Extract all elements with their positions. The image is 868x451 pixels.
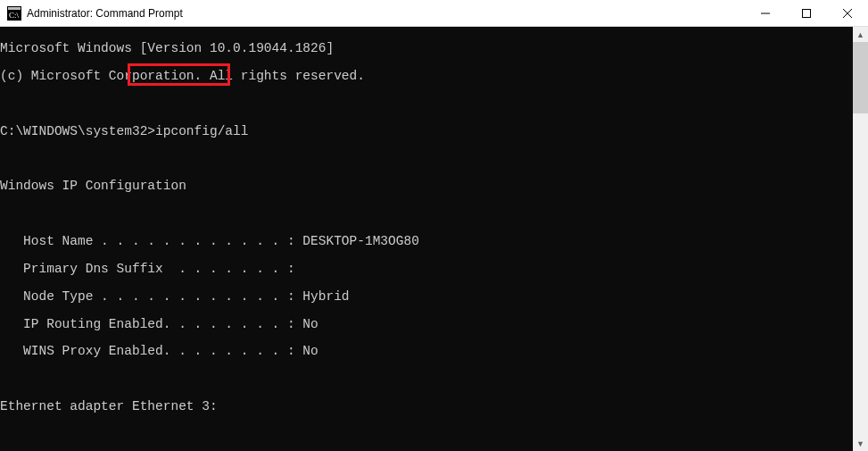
blank-line — [0, 153, 853, 166]
section-header: Ethernet adapter Ethernet 3: — [0, 400, 853, 413]
prompt-command: >ipconfig/all — [147, 125, 248, 138]
scroll-down-arrow-icon[interactable]: ▼ — [853, 436, 868, 451]
scroll-up-arrow-icon[interactable]: ▲ — [853, 27, 868, 42]
section-header: Windows IP Configuration — [0, 180, 853, 193]
terminal-output[interactable]: Microsoft Windows [Version 10.0.19044.18… — [0, 27, 853, 451]
blank-line — [0, 428, 853, 441]
window-controls — [745, 0, 868, 26]
banner-line: Microsoft Windows [Version 10.0.19044.18… — [0, 42, 853, 55]
window-title: Administrator: Command Prompt — [27, 7, 183, 20]
prompt-prefix: C:\WINDOWS\system32 — [0, 125, 147, 138]
vertical-scrollbar[interactable]: ▲ ▼ — [853, 27, 868, 451]
console-area: Microsoft Windows [Version 10.0.19044.18… — [0, 27, 868, 451]
titlebar[interactable]: C:\ Administrator: Command Prompt — [0, 0, 868, 27]
svg-rect-1 — [8, 7, 21, 10]
blank-line — [0, 207, 853, 221]
svg-text:C:\: C:\ — [9, 11, 20, 20]
output-line: Node Type . . . . . . . . . . . . : Hybr… — [0, 290, 853, 304]
output-line: WINS Proxy Enabled. . . . . . . . : No — [0, 345, 853, 358]
blank-line — [0, 372, 853, 386]
scroll-thumb[interactable] — [853, 42, 868, 113]
output-line: IP Routing Enabled. . . . . . . . : No — [0, 318, 853, 331]
scroll-track[interactable] — [853, 42, 868, 436]
prompt-line: C:\WINDOWS\system32>ipconfig/all — [0, 125, 853, 138]
banner-line: (c) Microsoft Corporation. All rights re… — [0, 70, 853, 83]
maximize-button[interactable] — [786, 0, 827, 27]
close-button[interactable] — [827, 0, 868, 27]
blank-line — [0, 97, 853, 111]
output-line: Host Name . . . . . . . . . . . . : DESK… — [0, 235, 853, 248]
minimize-button[interactable] — [745, 0, 786, 27]
cmd-icon: C:\ — [7, 6, 21, 21]
svg-rect-4 — [803, 10, 811, 18]
output-line: Primary Dns Suffix . . . . . . . : — [0, 263, 853, 276]
